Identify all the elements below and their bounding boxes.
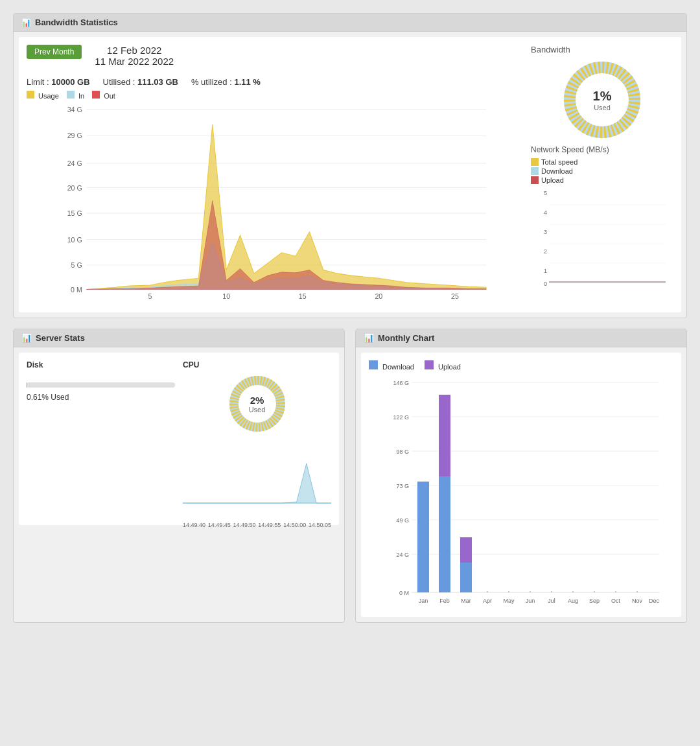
cpu-chart-svg xyxy=(183,439,331,517)
svg-text:49 G: 49 G xyxy=(396,517,409,524)
server-stats-header: 📊 Server Stats xyxy=(14,329,344,347)
svg-text:29 G: 29 G xyxy=(67,132,82,139)
upload-legend: Upload xyxy=(425,360,461,371)
svg-text:10 G: 10 G xyxy=(67,236,82,244)
svg-text:Jun: Jun xyxy=(526,598,535,604)
upload-speed-dot xyxy=(531,176,539,184)
time-labels: 14:49:40 14:49:45 14:49:50 14:49:55 14:5… xyxy=(183,522,331,528)
cpu-donut: 2% Used xyxy=(228,375,286,433)
cpu-chart-area: 14:49:40 14:49:45 14:49:50 14:49:55 14:5… xyxy=(183,439,331,517)
disk-section: Disk 0.61% Used xyxy=(27,360,175,517)
svg-text:Oct: Oct xyxy=(611,598,621,604)
svg-text:Dec: Dec xyxy=(649,598,660,604)
bandwidth-side: Bandwidth 1% Used Network Speed (MB/s) xyxy=(531,45,673,305)
monthly-chart-svg: 146 G 122 G 98 G 73 G 49 G 24 G 0 M xyxy=(369,376,673,616)
svg-text:15 G: 15 G xyxy=(67,209,82,217)
download-speed-dot xyxy=(531,167,539,175)
network-speed-section: Network Speed (MB/s) Total speed Downloa… xyxy=(531,145,673,289)
total-speed-label: Total speed xyxy=(541,158,578,166)
svg-text:Feb: Feb xyxy=(439,598,450,604)
bandwidth-main: Prev Month 12 Feb 2022 11 Mar 2022 2022 … xyxy=(27,45,523,305)
download-legend: Download xyxy=(369,360,414,371)
percent-value: 1.11 % xyxy=(234,77,260,87)
svg-text:146 G: 146 G xyxy=(393,380,409,386)
donut-text: 1% Used xyxy=(593,89,612,111)
download-speed-label: Download xyxy=(541,167,573,175)
upload-label: Upload xyxy=(438,363,461,371)
utilised-label: Utilised : 111.03 GB xyxy=(103,77,178,87)
download-dot xyxy=(369,360,378,369)
server-chart-icon: 📊 xyxy=(21,333,32,343)
svg-text:Jul: Jul xyxy=(548,598,555,604)
bottom-panels: 📊 Server Stats Disk 0.61% Used CPU xyxy=(13,329,687,633)
disk-used-label: 0.61% Used xyxy=(27,393,175,402)
svg-text:Sep: Sep xyxy=(589,598,600,604)
svg-text:Aug: Aug xyxy=(568,598,578,604)
time-2: 14:49:50 xyxy=(233,522,256,528)
bandwidth-statistics-header: 📊 Bandwidth Statistics xyxy=(14,14,686,32)
svg-text:3: 3 xyxy=(544,229,547,235)
svg-text:0 M: 0 M xyxy=(399,590,409,596)
donut-chart: 1% Used xyxy=(563,61,641,139)
time-0: 14:49:40 xyxy=(183,522,205,528)
speed-chart-svg: 5 4 3 2 1 0 xyxy=(531,185,673,289)
svg-text:May: May xyxy=(503,598,515,604)
svg-text:Apr: Apr xyxy=(483,598,492,604)
cpu-label: CPU xyxy=(183,360,199,369)
in-legend: In xyxy=(67,91,84,100)
svg-text:4: 4 xyxy=(544,209,547,216)
svg-text:24 G: 24 G xyxy=(67,159,82,167)
svg-text:0 M: 0 M xyxy=(71,286,82,294)
total-speed-dot xyxy=(531,158,539,166)
svg-marker-16 xyxy=(86,124,486,289)
monthly-chart-panel: 📊 Monthly Chart Download Upload 146 G xyxy=(355,329,687,623)
disk-label: Disk xyxy=(27,360,175,369)
feb-download-bar xyxy=(439,476,450,592)
speed-legend: Total speed Download Upload xyxy=(531,158,673,184)
date1: 12 Feb 2022 xyxy=(95,45,174,56)
time-1: 14:49:45 xyxy=(208,522,231,528)
date2: 11 Mar 2022 2022 xyxy=(95,56,174,67)
utilised-value: 111.03 GB xyxy=(137,77,178,87)
out-dot xyxy=(92,91,100,99)
cpu-section: CPU 2% Used xyxy=(183,360,331,517)
upload-dot xyxy=(425,360,434,369)
bandwidth-top-section: Prev Month 12 Feb 2022 11 Mar 2022 2022 … xyxy=(27,45,673,305)
cpu-used-label: Used xyxy=(249,406,266,414)
svg-text:20: 20 xyxy=(375,292,382,300)
total-speed-item: Total speed xyxy=(531,158,673,166)
svg-text:15: 15 xyxy=(299,292,307,300)
monthly-chart-body: Download Upload 146 G 122 G 98 G 73 G 49… xyxy=(361,353,681,617)
out-legend: Out xyxy=(92,91,115,100)
svg-marker-18 xyxy=(86,201,486,290)
svg-text:98 G: 98 G xyxy=(396,449,409,455)
svg-text:1: 1 xyxy=(544,268,547,274)
bandwidth-chart-svg: 34 G 29 G 24 G 20 G 15 G 10 G 5 G 0 M xyxy=(27,104,523,305)
usage-legend: Usage xyxy=(27,91,59,100)
percent-label: % utilized : 1.11 % xyxy=(191,77,261,87)
svg-text:34 G: 34 G xyxy=(67,106,82,113)
svg-text:5: 5 xyxy=(148,292,152,300)
svg-text:Nov: Nov xyxy=(632,598,643,604)
server-stats-title: Server Stats xyxy=(36,333,85,343)
cpu-percent: 2% xyxy=(249,395,266,406)
svg-marker-40 xyxy=(183,463,331,503)
jan-download-bar xyxy=(417,482,429,592)
server-stats-body: Disk 0.61% Used CPU 2% xyxy=(19,353,339,525)
server-stats-panel: 📊 Server Stats Disk 0.61% Used CPU xyxy=(13,329,345,623)
svg-text:Jan: Jan xyxy=(419,598,428,604)
upload-speed-item: Upload xyxy=(531,176,673,184)
prev-month-button[interactable]: Prev Month xyxy=(27,45,82,59)
svg-text:5 G: 5 G xyxy=(71,261,82,269)
svg-text:24 G: 24 G xyxy=(396,552,409,558)
speed-chart-container: 5 4 3 2 1 0 xyxy=(531,185,673,289)
time-4: 14:50:00 xyxy=(283,522,306,528)
disk-bar-fill xyxy=(27,382,27,388)
donut-used-label: Used xyxy=(593,104,612,111)
bandwidth-label: Bandwidth xyxy=(531,45,570,54)
stats-row: Limit : 10000 GB Utilised : 111.03 GB % … xyxy=(27,77,523,87)
legend-row: Usage In Out xyxy=(27,91,523,100)
svg-text:20 G: 20 G xyxy=(67,184,82,192)
mar-upload-bar xyxy=(460,537,472,563)
svg-text:5: 5 xyxy=(544,190,547,196)
